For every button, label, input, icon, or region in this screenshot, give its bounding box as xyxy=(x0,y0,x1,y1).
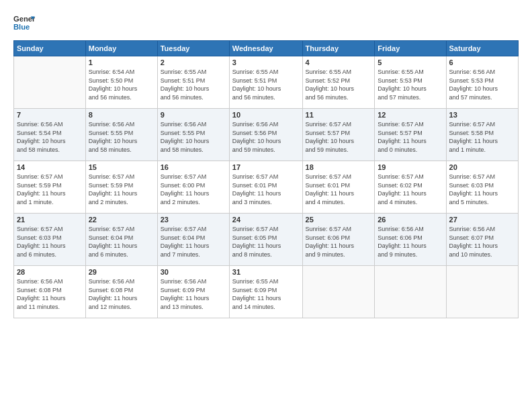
calendar-cell: 21Sunrise: 6:57 AM Sunset: 6:03 PM Dayli… xyxy=(14,214,86,266)
calendar-cell: 25Sunrise: 6:57 AM Sunset: 6:06 PM Dayli… xyxy=(302,214,375,266)
calendar-week-row: 1Sunrise: 6:54 AM Sunset: 5:50 PM Daylig… xyxy=(14,56,519,109)
calendar-cell: 7Sunrise: 6:56 AM Sunset: 5:54 PM Daylig… xyxy=(14,109,86,161)
day-info: Sunrise: 6:56 AM Sunset: 6:09 PM Dayligh… xyxy=(161,277,226,311)
calendar-cell: 6Sunrise: 6:56 AM Sunset: 5:53 PM Daylig… xyxy=(446,56,518,109)
day-info: Sunrise: 6:57 AM Sunset: 6:01 PM Dayligh… xyxy=(306,173,372,206)
day-info: Sunrise: 6:56 AM Sunset: 6:08 PM Dayligh… xyxy=(17,277,83,311)
weekday-header: Sunday xyxy=(14,41,86,56)
day-number: 5 xyxy=(378,58,443,66)
day-info: Sunrise: 6:57 AM Sunset: 6:03 PM Dayligh… xyxy=(17,225,83,259)
calendar-cell: 5Sunrise: 6:55 AM Sunset: 5:53 PM Daylig… xyxy=(375,56,446,109)
day-number: 17 xyxy=(232,163,300,171)
calendar-cell: 18Sunrise: 6:57 AM Sunset: 6:01 PM Dayli… xyxy=(302,161,375,214)
calendar-cell: 13Sunrise: 6:57 AM Sunset: 5:58 PM Dayli… xyxy=(446,109,518,161)
calendar-cell: 9Sunrise: 6:56 AM Sunset: 5:55 PM Daylig… xyxy=(157,109,229,161)
day-info: Sunrise: 6:56 AM Sunset: 5:56 PM Dayligh… xyxy=(232,120,300,154)
calendar-cell: 16Sunrise: 6:57 AM Sunset: 6:00 PM Dayli… xyxy=(157,161,229,214)
day-info: Sunrise: 6:55 AM Sunset: 5:51 PM Dayligh… xyxy=(232,68,300,101)
svg-text:Blue: Blue xyxy=(13,23,30,31)
logo: General Blue xyxy=(13,12,35,34)
day-number: 22 xyxy=(89,216,154,224)
day-number: 2 xyxy=(161,58,226,66)
calendar-week-row: 28Sunrise: 6:56 AM Sunset: 6:08 PM Dayli… xyxy=(14,266,519,318)
day-number: 8 xyxy=(89,111,154,119)
day-info: Sunrise: 6:56 AM Sunset: 6:08 PM Dayligh… xyxy=(89,277,154,311)
weekday-header: Monday xyxy=(85,41,157,56)
day-info: Sunrise: 6:54 AM Sunset: 5:50 PM Dayligh… xyxy=(89,68,154,101)
calendar-cell: 17Sunrise: 6:57 AM Sunset: 6:01 PM Dayli… xyxy=(229,161,302,214)
calendar-cell: 29Sunrise: 6:56 AM Sunset: 6:08 PM Dayli… xyxy=(85,266,157,318)
day-info: Sunrise: 6:57 AM Sunset: 6:00 PM Dayligh… xyxy=(161,173,226,206)
calendar-week-row: 14Sunrise: 6:57 AM Sunset: 5:59 PM Dayli… xyxy=(14,161,519,214)
day-info: Sunrise: 6:55 AM Sunset: 5:53 PM Dayligh… xyxy=(378,68,443,101)
day-number: 25 xyxy=(306,216,372,224)
calendar-cell: 12Sunrise: 6:57 AM Sunset: 5:57 PM Dayli… xyxy=(375,109,446,161)
weekday-header: Thursday xyxy=(302,41,375,56)
calendar-cell: 4Sunrise: 6:55 AM Sunset: 5:52 PM Daylig… xyxy=(302,56,375,109)
calendar-cell: 11Sunrise: 6:57 AM Sunset: 5:57 PM Dayli… xyxy=(302,109,375,161)
calendar-cell: 2Sunrise: 6:55 AM Sunset: 5:51 PM Daylig… xyxy=(157,56,229,109)
calendar-cell: 3Sunrise: 6:55 AM Sunset: 5:51 PM Daylig… xyxy=(229,56,302,109)
calendar-cell: 14Sunrise: 6:57 AM Sunset: 5:59 PM Dayli… xyxy=(14,161,86,214)
calendar-cell: 1Sunrise: 6:54 AM Sunset: 5:50 PM Daylig… xyxy=(85,56,157,109)
day-number: 15 xyxy=(89,163,154,171)
calendar-cell: 22Sunrise: 6:57 AM Sunset: 6:04 PM Dayli… xyxy=(85,214,157,266)
day-info: Sunrise: 6:56 AM Sunset: 5:55 PM Dayligh… xyxy=(161,120,226,154)
calendar-cell xyxy=(446,266,518,318)
day-info: Sunrise: 6:56 AM Sunset: 6:07 PM Dayligh… xyxy=(449,225,515,259)
calendar-cell: 20Sunrise: 6:57 AM Sunset: 6:03 PM Dayli… xyxy=(446,161,518,214)
day-number: 20 xyxy=(449,163,515,171)
day-number: 29 xyxy=(89,268,154,276)
day-number: 3 xyxy=(232,58,300,66)
day-info: Sunrise: 6:57 AM Sunset: 6:04 PM Dayligh… xyxy=(161,225,226,259)
day-number: 23 xyxy=(161,216,226,224)
day-info: Sunrise: 6:57 AM Sunset: 6:04 PM Dayligh… xyxy=(89,225,154,259)
day-number: 10 xyxy=(232,111,300,119)
day-info: Sunrise: 6:57 AM Sunset: 5:59 PM Dayligh… xyxy=(17,173,83,206)
day-info: Sunrise: 6:57 AM Sunset: 5:57 PM Dayligh… xyxy=(378,120,443,154)
calendar-cell: 10Sunrise: 6:56 AM Sunset: 5:56 PM Dayli… xyxy=(229,109,302,161)
day-number: 1 xyxy=(89,58,154,66)
day-number: 30 xyxy=(161,268,226,276)
page-header: General Blue xyxy=(13,12,519,34)
day-info: Sunrise: 6:56 AM Sunset: 5:54 PM Dayligh… xyxy=(17,120,83,154)
calendar-cell: 19Sunrise: 6:57 AM Sunset: 6:02 PM Dayli… xyxy=(375,161,446,214)
day-info: Sunrise: 6:57 AM Sunset: 6:06 PM Dayligh… xyxy=(306,225,372,259)
day-info: Sunrise: 6:57 AM Sunset: 5:58 PM Dayligh… xyxy=(449,120,515,154)
day-number: 13 xyxy=(449,111,515,119)
day-number: 18 xyxy=(306,163,372,171)
weekday-header: Saturday xyxy=(446,41,518,56)
calendar-cell: 28Sunrise: 6:56 AM Sunset: 6:08 PM Dayli… xyxy=(14,266,86,318)
calendar-cell: 27Sunrise: 6:56 AM Sunset: 6:07 PM Dayli… xyxy=(446,214,518,266)
day-info: Sunrise: 6:57 AM Sunset: 5:57 PM Dayligh… xyxy=(306,120,372,154)
day-number: 28 xyxy=(17,268,83,276)
day-info: Sunrise: 6:57 AM Sunset: 6:03 PM Dayligh… xyxy=(449,173,515,206)
calendar-table: SundayMondayTuesdayWednesdayThursdayFrid… xyxy=(13,40,519,318)
day-number: 11 xyxy=(306,111,372,119)
calendar-cell: 30Sunrise: 6:56 AM Sunset: 6:09 PM Dayli… xyxy=(157,266,229,318)
day-info: Sunrise: 6:57 AM Sunset: 5:59 PM Dayligh… xyxy=(89,173,154,206)
day-info: Sunrise: 6:55 AM Sunset: 6:09 PM Dayligh… xyxy=(232,277,300,311)
calendar-cell: 23Sunrise: 6:57 AM Sunset: 6:04 PM Dayli… xyxy=(157,214,229,266)
day-info: Sunrise: 6:56 AM Sunset: 5:55 PM Dayligh… xyxy=(89,120,154,154)
day-number: 26 xyxy=(378,216,443,224)
calendar-cell: 24Sunrise: 6:57 AM Sunset: 6:05 PM Dayli… xyxy=(229,214,302,266)
day-number: 16 xyxy=(161,163,226,171)
calendar-cell xyxy=(302,266,375,318)
calendar-cell xyxy=(14,56,86,109)
day-number: 7 xyxy=(17,111,83,119)
day-info: Sunrise: 6:57 AM Sunset: 6:02 PM Dayligh… xyxy=(378,173,443,206)
day-info: Sunrise: 6:56 AM Sunset: 6:06 PM Dayligh… xyxy=(378,225,443,259)
weekday-header: Tuesday xyxy=(157,41,229,56)
calendar-week-row: 7Sunrise: 6:56 AM Sunset: 5:54 PM Daylig… xyxy=(14,109,519,161)
weekday-header-row: SundayMondayTuesdayWednesdayThursdayFrid… xyxy=(14,41,519,56)
day-info: Sunrise: 6:55 AM Sunset: 5:51 PM Dayligh… xyxy=(161,68,226,101)
calendar-cell: 31Sunrise: 6:55 AM Sunset: 6:09 PM Dayli… xyxy=(229,266,302,318)
day-info: Sunrise: 6:55 AM Sunset: 5:52 PM Dayligh… xyxy=(306,68,372,101)
calendar-cell xyxy=(375,266,446,318)
day-info: Sunrise: 6:57 AM Sunset: 6:05 PM Dayligh… xyxy=(232,225,300,259)
day-info: Sunrise: 6:57 AM Sunset: 6:01 PM Dayligh… xyxy=(232,173,300,206)
day-number: 14 xyxy=(17,163,83,171)
calendar-cell: 15Sunrise: 6:57 AM Sunset: 5:59 PM Dayli… xyxy=(85,161,157,214)
day-number: 21 xyxy=(17,216,83,224)
